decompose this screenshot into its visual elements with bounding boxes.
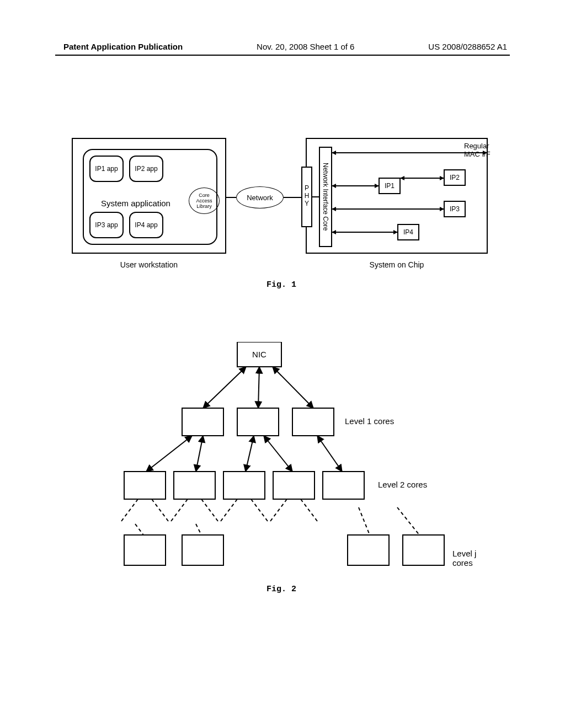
svg-line-25 <box>221 499 237 521</box>
figure-1: System application IP1 app IP2 app IP3 a… <box>72 138 491 281</box>
ip1-app-box: IP1 app <box>89 156 124 182</box>
user-workstation-box: System application IP1 app IP2 app IP3 a… <box>72 138 226 254</box>
arrow-nic-ip3 <box>332 208 444 210</box>
figure-2-svg: NIC <box>72 342 491 574</box>
ip3-core: IP3 <box>444 201 466 217</box>
core-access-library: CoreAccessLibrary <box>189 188 220 214</box>
svg-line-22 <box>152 499 168 521</box>
soc-box: PHY Network Interface Core RegularMAC I/… <box>306 138 488 254</box>
svg-rect-4 <box>124 472 166 499</box>
svg-rect-6 <box>223 472 265 499</box>
ip2-core: IP2 <box>444 169 466 186</box>
svg-line-20 <box>317 436 342 472</box>
svg-line-18 <box>246 436 254 472</box>
svg-line-21 <box>121 499 138 521</box>
svg-rect-3 <box>292 408 334 436</box>
svg-line-27 <box>270 499 287 521</box>
ip4-app-box: IP4 app <box>129 212 163 238</box>
system-application-label: System application <box>86 199 185 208</box>
svg-line-30 <box>397 507 419 535</box>
figure-2-caption: Fig. 2 <box>72 585 491 594</box>
svg-line-14 <box>258 367 259 408</box>
ip4-core: IP4 <box>397 224 419 240</box>
publication-number: US 2008/0288652 A1 <box>428 42 507 51</box>
svg-rect-7 <box>273 472 315 499</box>
figure-1-caption: Fig. 1 <box>72 280 491 290</box>
svg-line-13 <box>203 367 246 408</box>
soc-label: System on Chip <box>306 260 488 269</box>
svg-line-29 <box>359 507 370 535</box>
header-rule <box>55 55 510 56</box>
svg-rect-5 <box>174 472 215 499</box>
svg-rect-8 <box>323 472 364 499</box>
publication-type: Patent Application Publication <box>63 42 183 51</box>
svg-line-23 <box>171 499 188 521</box>
nic-node-text: NIC <box>252 350 266 359</box>
ip1-core: IP1 <box>379 178 401 194</box>
mac-if-label: RegularMAC I/F <box>464 142 514 158</box>
svg-line-17 <box>196 436 203 472</box>
levelj-label: Level j cores <box>452 549 491 568</box>
level2-label: Level 2 cores <box>378 480 427 489</box>
phy-block: PHY <box>301 167 312 227</box>
network-interface-core: Network Interface Core <box>319 147 332 247</box>
ip2-app-box: IP2 app <box>129 156 163 182</box>
svg-line-16 <box>146 436 192 472</box>
svg-rect-11 <box>348 535 389 565</box>
date-sheet: Nov. 20, 2008 Sheet 1 of 6 <box>257 42 354 51</box>
svg-line-15 <box>273 367 313 408</box>
svg-rect-10 <box>182 535 223 565</box>
page-header: Patent Application Publication Nov. 20, … <box>0 42 565 51</box>
connector-line <box>312 196 319 197</box>
svg-line-28 <box>301 499 317 521</box>
level1-label: Level 1 cores <box>345 416 394 426</box>
svg-line-19 <box>264 436 292 472</box>
svg-line-31 <box>135 524 143 535</box>
network-node: Network <box>236 186 284 208</box>
figure-2: NIC <box>72 342 491 579</box>
svg-rect-2 <box>237 408 279 436</box>
svg-rect-12 <box>403 535 444 565</box>
svg-rect-9 <box>124 535 166 565</box>
ip3-app-box: IP3 app <box>89 212 124 238</box>
svg-line-24 <box>201 499 218 521</box>
arrow-ip1-ip2 <box>401 178 444 179</box>
arrow-nic-mac <box>332 152 487 153</box>
connector-line <box>226 197 236 198</box>
arrow-nic-ip1 <box>332 185 379 186</box>
svg-line-32 <box>196 524 201 535</box>
system-application-box: System application IP1 app IP2 app IP3 a… <box>83 149 217 245</box>
svg-line-26 <box>251 499 268 521</box>
user-workstation-label: User workstation <box>72 260 226 269</box>
svg-rect-1 <box>182 408 223 436</box>
arrow-nic-ip4 <box>332 232 397 233</box>
